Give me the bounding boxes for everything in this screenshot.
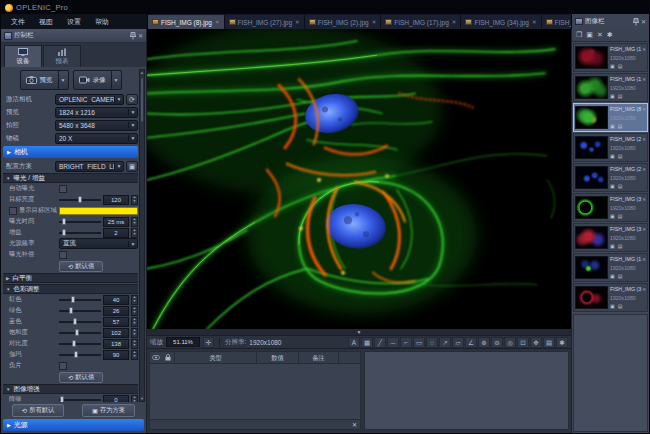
- save-icon[interactable]: ▣: [610, 94, 615, 99]
- thumbnail-item-2[interactable]: FISH_IMG (1✕ 1920x1080 ▣▤: [573, 73, 648, 102]
- fill-tool-icon[interactable]: ▦: [361, 337, 373, 348]
- close-tab-icon[interactable]: ✕: [295, 19, 300, 25]
- enhance-group-header[interactable]: ▼ 图像增强: [3, 384, 138, 394]
- thumbnail-item-6[interactable]: FISH_IMG (3✕ 1920x1080 ▣▤: [573, 193, 648, 222]
- doc-tab-5[interactable]: FISH_IMG (34).jpg ✕: [461, 15, 541, 29]
- doc-tab-3[interactable]: FISH_IMG (2).jpg ✕: [305, 15, 382, 29]
- zoom-in-icon[interactable]: ⊕: [478, 337, 490, 348]
- ellipse-tool-icon[interactable]: ○: [426, 337, 438, 348]
- hline-tool-icon[interactable]: ─: [387, 337, 399, 348]
- record-dropdown-icon[interactable]: ▼: [111, 71, 121, 89]
- saturation-value[interactable]: 102: [103, 328, 129, 338]
- red-value[interactable]: 40: [103, 295, 129, 305]
- white-balance-group-header[interactable]: ▶ 白平衡: [3, 273, 138, 283]
- export-icon[interactable]: ▤: [618, 94, 623, 99]
- thumbnail-item-4[interactable]: FISH_IMG (2✕ 1920x1080 ▣▤: [573, 133, 648, 162]
- close-image-icon[interactable]: ✕: [642, 107, 646, 112]
- gain-stepper[interactable]: ▲▼: [131, 228, 138, 238]
- arrow-tool-icon[interactable]: ↗: [439, 337, 451, 348]
- zoom-out-icon[interactable]: ⊖: [491, 337, 503, 348]
- close-all-images-icon[interactable]: ✕: [597, 31, 603, 39]
- sidebar-scrollbar[interactable]: ▲ ▼: [139, 69, 145, 402]
- saturation-stepper[interactable]: ▲▼: [131, 328, 138, 338]
- show-target-area-checkbox[interactable]: [9, 207, 17, 215]
- doc-tab-1[interactable]: FISH_IMG (8).jpg ✕: [148, 15, 225, 29]
- green-slider[interactable]: [59, 307, 101, 315]
- close-panel-icon[interactable]: ✕: [641, 18, 646, 25]
- close-image-icon[interactable]: ✕: [642, 167, 646, 172]
- green-stepper[interactable]: ▲▼: [131, 306, 138, 316]
- color-default-button[interactable]: ⟲ 默认值: [59, 372, 103, 383]
- menu-file[interactable]: 文件: [5, 16, 31, 28]
- pan-tool-icon[interactable]: ✥: [530, 337, 542, 348]
- saturation-slider[interactable]: [59, 329, 101, 337]
- thumbnail-item-7[interactable]: FISH_IMG (3✕ 1920x1080 ▣▤: [573, 223, 648, 252]
- gain-slider[interactable]: [59, 229, 101, 237]
- polyline-tool-icon[interactable]: ⌐: [400, 337, 412, 348]
- export-icon[interactable]: ▤: [618, 214, 623, 219]
- doc-tab-6[interactable]: FISH_IMG (17).jpg ✕: [542, 15, 571, 29]
- camera-section-header[interactable]: ▶ 相机: [3, 146, 138, 158]
- save-icon[interactable]: ▣: [610, 274, 615, 279]
- close-image-icon[interactable]: ✕: [642, 287, 646, 292]
- gamma-slider[interactable]: [59, 351, 101, 359]
- red-slider[interactable]: [59, 296, 101, 304]
- close-tab-icon[interactable]: ✕: [532, 19, 537, 25]
- save-icon[interactable]: ▣: [610, 154, 615, 159]
- measurement-list[interactable]: [150, 364, 360, 419]
- pin-icon[interactable]: [633, 18, 639, 26]
- line-tool-icon[interactable]: ╱: [374, 337, 386, 348]
- brightness-slider[interactable]: [59, 196, 101, 204]
- green-value[interactable]: 26: [103, 306, 129, 316]
- exposure-group-header[interactable]: ▼ 曝光 / 增益: [3, 173, 138, 183]
- thumbnail-item-9[interactable]: FISH_IMG (3✕ 1920x1080 ▣▤: [573, 283, 648, 312]
- preview-button[interactable]: 预览 ▼: [20, 70, 69, 90]
- column-type[interactable]: 类型: [174, 352, 256, 363]
- red-stepper[interactable]: ▲▼: [131, 295, 138, 305]
- zoom-value[interactable]: 51.11%: [166, 337, 200, 347]
- exposure-time-value[interactable]: 25 ms: [103, 217, 129, 227]
- color-adjust-group-header[interactable]: ▼ 色彩调整: [3, 284, 138, 294]
- pin-icon[interactable]: [130, 32, 136, 40]
- tab-device[interactable]: 设备: [4, 45, 42, 67]
- lock-icon[interactable]: [162, 354, 174, 362]
- light-section-header[interactable]: ▶ 光源: [3, 419, 144, 431]
- all-default-button[interactable]: ⟲ 所有默认: [12, 404, 64, 417]
- contrast-value[interactable]: 138: [103, 339, 129, 349]
- brightness-value[interactable]: 120: [103, 195, 129, 205]
- export-icon[interactable]: ▤: [618, 64, 623, 69]
- save-icon[interactable]: ▣: [610, 304, 615, 309]
- auto-exposure-checkbox[interactable]: [59, 185, 67, 193]
- brightness-stepper[interactable]: ▲▼: [131, 195, 138, 205]
- blue-value[interactable]: 57: [103, 317, 129, 327]
- close-image-icon[interactable]: ✕: [642, 77, 646, 82]
- save-icon[interactable]: ▣: [610, 64, 615, 69]
- rect-tool-icon[interactable]: ▭: [413, 337, 425, 348]
- settings-icon[interactable]: ✱: [556, 337, 568, 348]
- fit-to-window-icon[interactable]: ✛: [203, 337, 214, 348]
- close-tab-icon[interactable]: ✕: [372, 19, 377, 25]
- save-icon[interactable]: ▣: [610, 124, 615, 129]
- profile-select[interactable]: BRIGHT_FIELD_LED_AE ▼: [55, 161, 124, 172]
- scroll-down-icon[interactable]: ▼: [140, 396, 144, 401]
- close-measure-panel-icon[interactable]: ✕: [352, 421, 357, 428]
- menu-help[interactable]: 帮助: [89, 16, 115, 28]
- export-icon[interactable]: ▤: [618, 124, 623, 129]
- menu-settings[interactable]: 设置: [61, 16, 87, 28]
- thumbnail-item-5[interactable]: FISH_IMG (2✕ 1920x1080 ▣▤: [573, 163, 648, 192]
- snap-resolution-select[interactable]: 5480 x 3648 ▼: [55, 120, 138, 131]
- save-image-icon[interactable]: ▣: [586, 31, 593, 39]
- grid-icon[interactable]: ▤: [543, 337, 555, 348]
- contrast-stepper[interactable]: ▲▼: [131, 339, 138, 349]
- preview-dropdown-icon[interactable]: ▼: [58, 71, 68, 89]
- angle-tool-icon[interactable]: ∠: [465, 337, 477, 348]
- exposure-default-button[interactable]: ⟲ 默认值: [59, 261, 103, 272]
- fluorescence-microscopy-image[interactable]: [147, 29, 571, 329]
- refresh-camera-icon[interactable]: ⟳: [126, 94, 138, 105]
- objective-select[interactable]: 20 X ▼: [55, 133, 138, 144]
- contrast-slider[interactable]: [59, 340, 101, 348]
- image-viewport[interactable]: [147, 29, 571, 329]
- text-tool-icon[interactable]: A: [348, 337, 360, 348]
- save-as-profile-button[interactable]: ▣ 存为方案: [82, 404, 135, 417]
- camera-select[interactable]: OPLENIC_CAMERA ▼: [55, 94, 124, 105]
